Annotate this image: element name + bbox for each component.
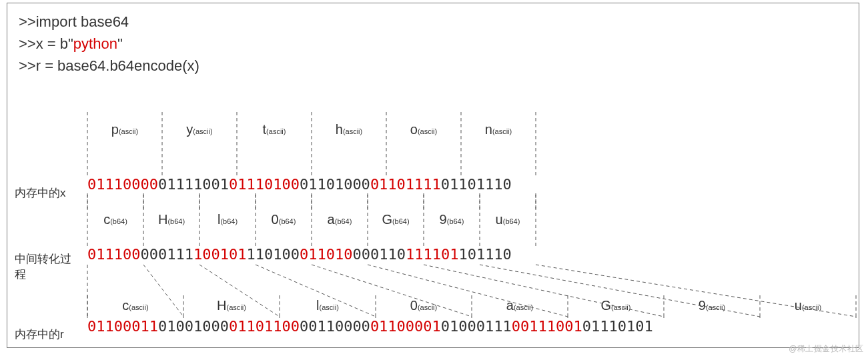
label-r-memory: 内存中的r bbox=[15, 327, 64, 342]
diagram-root: >>import base64 >>x = b"python" >>r = ba… bbox=[0, 0, 868, 356]
code-line-2: >>x = b"python" bbox=[19, 33, 199, 55]
watermark: @稀土掘金技术社区 bbox=[789, 343, 864, 355]
code-block: >>import base64 >>x = b"python" >>r = ba… bbox=[19, 11, 199, 77]
code-line-1: >>import base64 bbox=[19, 11, 199, 33]
bits-x-row: 0111000001111001011101000110100001101111… bbox=[87, 176, 512, 193]
code-line-3: >>r = base64.b64encode(x) bbox=[19, 55, 199, 77]
b64-head-row: c(b64)H(b64)l(b64)0(b64)a(b64)G(b64)9(b6… bbox=[87, 212, 536, 227]
bits-r-row: 0110001101001000011011000011000001100001… bbox=[87, 318, 653, 335]
ascii-top-row: p(ascii)y(ascii)t(ascii)h(ascii)o(ascii)… bbox=[87, 122, 536, 137]
ascii-bottom-row: c(ascii)H(ascii)l(ascii)0(ascii)a(ascii)… bbox=[87, 298, 856, 313]
bits-mid-row: 0111000001111001011101000110100001101111… bbox=[87, 246, 512, 263]
label-x-memory: 内存中的x bbox=[15, 185, 66, 201]
label-mid-process: 中间转化过程 bbox=[15, 251, 75, 282]
